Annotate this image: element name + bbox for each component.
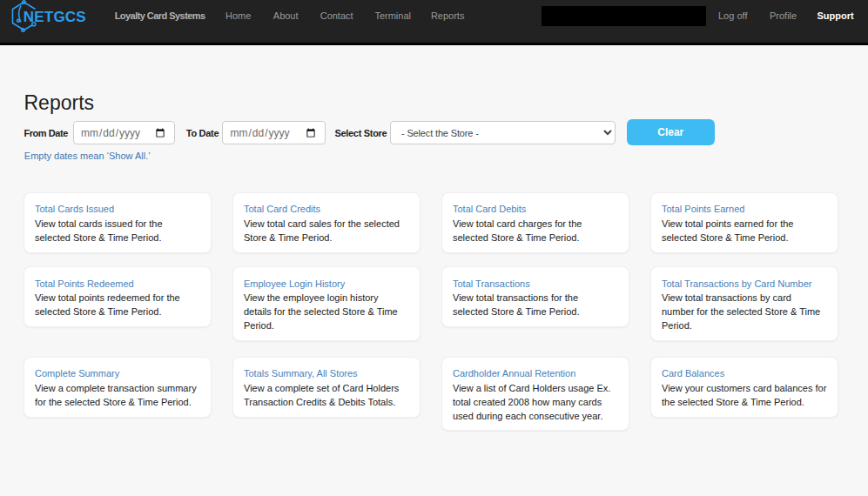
svg-text:NETGCS: NETGCS	[24, 9, 86, 25]
